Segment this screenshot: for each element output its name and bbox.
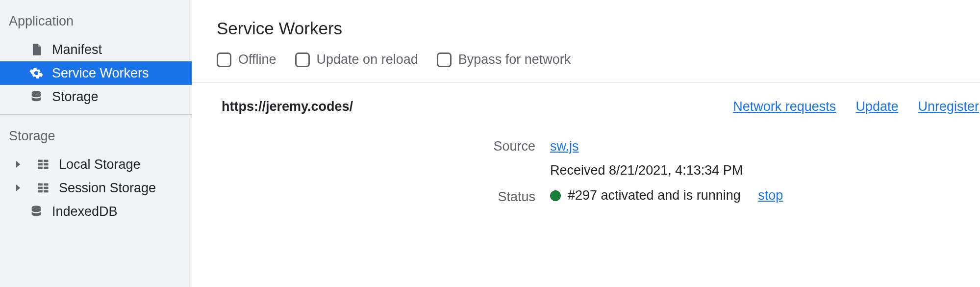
update-link[interactable]: Update [855, 99, 898, 114]
main-panel: Service Workers Offline Update on reload… [192, 0, 980, 287]
svg-rect-8 [44, 183, 48, 186]
checkbox-icon[interactable] [437, 52, 452, 67]
sidebar-section-application: Application [0, 0, 192, 38]
status-dot-icon [550, 190, 561, 201]
checkbox-icon[interactable] [217, 52, 231, 67]
caret-right-icon[interactable] [14, 160, 23, 169]
file-icon [28, 42, 44, 57]
checkbox-label: Update on reload [317, 52, 418, 67]
sidebar-item-storage[interactable]: Storage [0, 85, 192, 108]
scope-row: https://jeremy.codes/ Network requests U… [192, 82, 980, 114]
svg-rect-4 [44, 163, 48, 166]
status-text: #297 activated and is running [568, 188, 741, 203]
sidebar-item-session-storage[interactable]: Session Storage [0, 176, 192, 200]
checkbox-icon[interactable] [295, 52, 310, 67]
svg-rect-10 [44, 187, 48, 189]
page-title: Service Workers [192, 0, 980, 52]
svg-rect-6 [44, 167, 48, 169]
source-file-link[interactable]: sw.js [550, 139, 980, 154]
sidebar-item-label: Service Workers [52, 66, 149, 81]
unregister-link[interactable]: Unregister [918, 99, 979, 114]
options-row: Offline Update on reload Bypass for netw… [192, 52, 980, 82]
source-label: Source [408, 139, 535, 154]
sidebar: Application Manifest Service Workers Sto… [0, 0, 192, 287]
received-text: Received 8/21/2021, 4:13:34 PM [550, 163, 980, 178]
sidebar-item-service-workers[interactable]: Service Workers [0, 61, 192, 85]
sidebar-item-label: Manifest [52, 42, 102, 57]
checkbox-update-on-reload[interactable]: Update on reload [295, 52, 418, 67]
svg-rect-3 [38, 163, 43, 166]
svg-point-0 [32, 91, 41, 94]
caret-right-icon[interactable] [14, 183, 23, 192]
sidebar-item-label: IndexedDB [52, 204, 118, 219]
database-icon [28, 89, 44, 104]
grid-icon [35, 180, 51, 196]
sidebar-item-local-storage[interactable]: Local Storage [0, 153, 192, 176]
stop-link[interactable]: stop [758, 188, 783, 203]
svg-rect-2 [44, 160, 48, 162]
source-value: sw.js Received 8/21/2021, 4:13:34 PM [550, 139, 980, 178]
actions: Network requests Update Unregister [733, 99, 980, 114]
database-icon [28, 204, 44, 219]
sidebar-item-indexeddb[interactable]: IndexedDB [0, 200, 192, 223]
svg-point-13 [32, 206, 41, 209]
network-requests-link[interactable]: Network requests [733, 99, 836, 114]
sidebar-item-label: Storage [52, 89, 99, 104]
svg-rect-7 [38, 183, 43, 186]
svg-rect-12 [44, 190, 48, 193]
checkbox-bypass-for-network[interactable]: Bypass for network [437, 52, 571, 67]
checkbox-offline[interactable]: Offline [217, 52, 276, 67]
svg-rect-11 [38, 190, 43, 193]
sidebar-item-label: Session Storage [59, 181, 156, 196]
detail-grid: Source sw.js Received 8/21/2021, 4:13:34… [192, 114, 980, 205]
checkbox-label: Bypass for network [458, 52, 571, 67]
sidebar-item-label: Local Storage [59, 157, 141, 172]
sidebar-item-manifest[interactable]: Manifest [0, 38, 192, 61]
checkbox-label: Offline [238, 52, 276, 67]
scope-url: https://jeremy.codes/ [222, 99, 353, 114]
gear-icon [28, 65, 44, 81]
status-value: #297 activated and is running stop [550, 188, 980, 203]
svg-rect-9 [38, 187, 43, 189]
sidebar-section-storage: Storage [0, 115, 192, 153]
grid-icon [35, 157, 51, 172]
status-label: Status [408, 189, 535, 205]
svg-rect-1 [38, 160, 43, 162]
svg-rect-5 [38, 167, 43, 169]
